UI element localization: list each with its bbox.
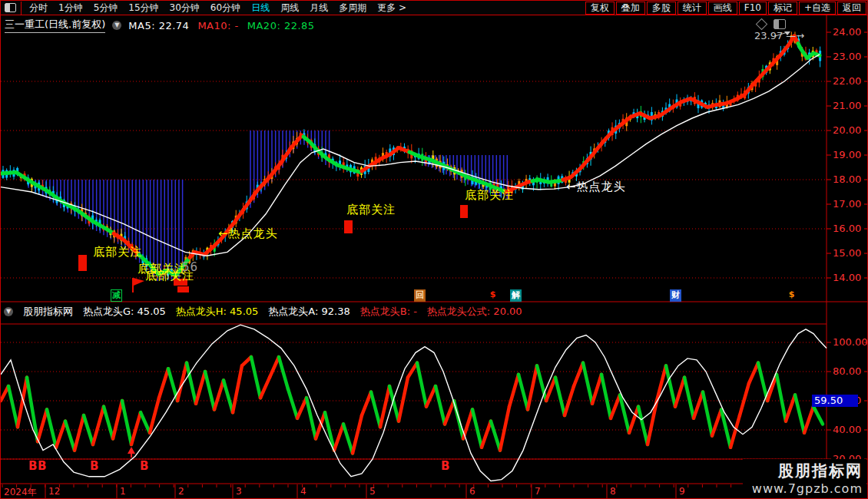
watermark-url: www.7gpzb.com xyxy=(752,481,863,496)
chart-annotation: 56 xyxy=(182,260,198,274)
window-icon[interactable] xyxy=(5,3,16,12)
indicator-param: 热点龙头A: 92.38 xyxy=(268,305,350,319)
timeline-month-label: 7 xyxy=(535,486,541,497)
chart-annotation: 底部关注 xyxy=(93,245,142,259)
price-tick-label: 22.00 xyxy=(833,75,861,87)
tab-period-多周期[interactable]: 多周期 xyxy=(333,2,372,15)
chart-title-bar: 三一重工(日线.前复权) ▼ MA5: 22.74MA10: -MA20: 22… xyxy=(5,18,315,33)
toolbar-divider xyxy=(21,2,22,15)
indicator-param: 热点龙头B: - xyxy=(360,305,417,319)
watermark-site-name: 股朋指标网 xyxy=(752,461,863,481)
toolbar-buttons: 复权叠加多股统计画线F10标记+自选返回 xyxy=(584,2,866,15)
indicator-param: 热点龙头G: 45.05 xyxy=(83,305,166,319)
ma-value: MA5: 22.74 xyxy=(128,20,189,31)
chart-annotation: ←热点龙头 xyxy=(566,180,626,194)
tab-period-60分钟[interactable]: 60分钟 xyxy=(205,2,246,15)
timeline-month-label: 8 xyxy=(610,486,616,497)
timeline-month-label: 1 xyxy=(120,486,126,497)
high-price-label: 23.97 —→ xyxy=(754,30,804,41)
chart-annotation: ←热点龙头 xyxy=(218,226,278,241)
timeline-month-label: 5 xyxy=(369,486,376,497)
toolbar-button-多股[interactable]: 多股 xyxy=(647,2,676,15)
chevron-down-icon[interactable]: ▼ xyxy=(4,307,13,316)
price-tick-label: 16.00 xyxy=(833,223,861,234)
tab-period-15分钟[interactable]: 15分钟 xyxy=(123,2,164,15)
indicator-tick-label: 100.00 xyxy=(833,336,868,348)
indicator-values: 股朋指标网热点龙头G: 45.05热点龙头H: 45.05热点龙头A: 92.3… xyxy=(23,305,522,319)
chart-corner-icons xyxy=(757,19,786,29)
event-icon-减[interactable]: 减 xyxy=(111,289,122,302)
tab-period-周线[interactable]: 周线 xyxy=(275,2,304,15)
tab-period-5分钟[interactable]: 5分钟 xyxy=(88,2,124,15)
price-tick-label: 19.00 xyxy=(833,149,861,160)
price-tick-label: 24.00 xyxy=(833,26,861,38)
timeline-month-label: 6 xyxy=(469,486,475,497)
period-tabs: 分时1分钟5分钟15分钟30分钟60分钟日线周线月线多周期更多 > xyxy=(24,2,412,15)
price-tick-label: 17.00 xyxy=(833,198,861,210)
symbol-title[interactable]: 三一重工(日线.前复权) xyxy=(5,18,105,33)
event-icon-$[interactable]: $ xyxy=(787,289,797,300)
b-signal-mark: B xyxy=(38,459,46,473)
indicator-tick-label: 80.00 xyxy=(833,365,861,377)
indicator-header: ▼ 股朋指标网热点龙头G: 45.05热点龙头H: 45.05热点龙头A: 92… xyxy=(4,305,522,319)
indicator-param: 股朋指标网 xyxy=(23,305,73,319)
b-signal-mark: B xyxy=(28,459,37,473)
timeline-month-label: 12 xyxy=(48,486,60,497)
b-signal-mark: B xyxy=(140,459,148,473)
toolbar-button-统计[interactable]: 统计 xyxy=(678,2,707,15)
ma-value: MA20: 22.85 xyxy=(247,20,315,31)
indicator-tick-label: 40.00 xyxy=(833,424,861,435)
indicator-current-value-tag: 59.50 xyxy=(812,395,858,407)
b-signal-mark: B xyxy=(90,459,98,473)
event-icon-回[interactable]: 回 xyxy=(414,289,426,302)
toolbar: 分时1分钟5分钟15分钟30分钟60分钟日线周线月线多周期更多 > 复权叠加多股… xyxy=(1,1,868,15)
tab-period-1分钟[interactable]: 1分钟 xyxy=(53,2,88,15)
timeline-year-label: 2024年 xyxy=(4,486,37,499)
toolbar-button-标记[interactable]: 标记 xyxy=(768,2,797,15)
ma-value: MA10: - xyxy=(197,20,238,31)
tab-period-分时[interactable]: 分时 xyxy=(24,2,53,15)
diamond-icon[interactable] xyxy=(756,18,768,31)
price-tick-label: 23.00 xyxy=(833,51,861,62)
chart-annotation: 底部关注 xyxy=(346,203,396,217)
indicator-param: 热点龙头公式: 20.00 xyxy=(427,305,522,319)
price-tick-label: 18.00 xyxy=(833,173,861,185)
toolbar-button-画线[interactable]: 画线 xyxy=(708,2,737,15)
timeline-month-label: 9 xyxy=(679,486,685,497)
price-tick-label: 14.00 xyxy=(833,272,861,283)
price-tick-label: 15.00 xyxy=(833,247,861,259)
toolbar-button-+自选[interactable]: +自选 xyxy=(799,2,836,15)
tab-period-月线[interactable]: 月线 xyxy=(304,2,333,15)
toolbar-button-叠加[interactable]: 叠加 xyxy=(616,2,645,15)
toolbar-button-复权[interactable]: 复权 xyxy=(585,2,615,15)
timeline-month-label: 4 xyxy=(300,486,306,497)
tab-period-日线[interactable]: 日线 xyxy=(246,2,275,15)
event-icon-$[interactable]: $ xyxy=(488,289,498,300)
timeline-month-label: 3 xyxy=(236,486,242,497)
tab-period-30分钟[interactable]: 30分钟 xyxy=(164,2,205,15)
chevron-down-icon[interactable]: ▼ xyxy=(112,21,121,30)
trading-app-window: BBBBB 分时1分钟5分钟15分钟30分钟60分钟日线周线月线多周期更多 > … xyxy=(0,0,868,499)
timeline-month-label: 2 xyxy=(178,486,184,497)
site-watermark: 股朋指标网 www.7gpzb.com xyxy=(743,459,866,497)
tab-period-更多 >[interactable]: 更多 > xyxy=(372,2,412,15)
chart-annotation: 底部关注 xyxy=(465,188,514,203)
toolbar-button-F10[interactable]: F10 xyxy=(739,2,767,15)
ma-values: MA5: 22.74MA10: -MA20: 22.85 xyxy=(128,20,314,31)
price-tick-label: 21.00 xyxy=(833,100,861,111)
price-tick-label: 20.00 xyxy=(833,124,861,136)
panel-toggle-icon[interactable] xyxy=(774,19,786,29)
event-icon-财[interactable]: 财 xyxy=(670,289,681,302)
indicator-param: 热点龙头H: 45.05 xyxy=(176,305,259,319)
event-icon-解[interactable]: 解 xyxy=(510,289,522,302)
toolbar-button-返回[interactable]: 返回 xyxy=(837,2,866,15)
b-signal-mark: B xyxy=(441,459,449,473)
